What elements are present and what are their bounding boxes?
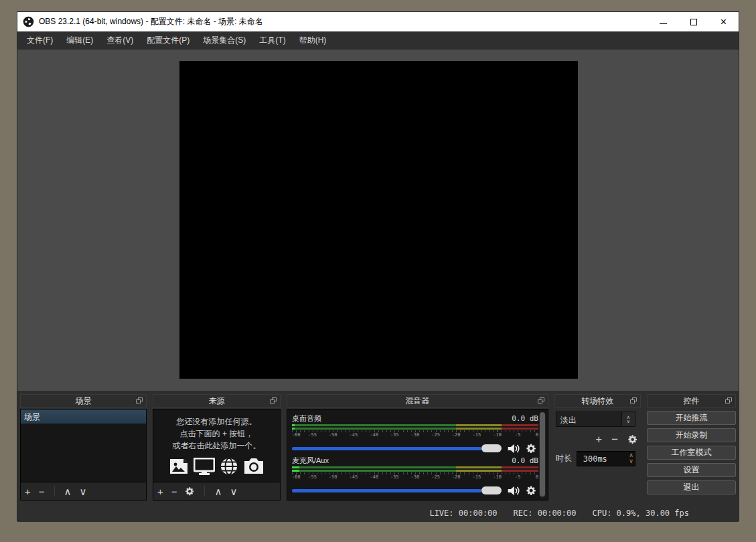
mute-speaker-icon[interactable]: [507, 443, 520, 454]
toolbar-separator: [204, 486, 205, 496]
transition-select-spinner[interactable]: ∧∨: [621, 412, 635, 426]
mixer-channel: 麦克风/Aux0.0 dB-60-55-50-45-40-35-30-25-20…: [292, 456, 538, 497]
close-button[interactable]: ×: [708, 12, 739, 31]
tick-label: -25: [431, 432, 440, 438]
add-transition-button[interactable]: +: [595, 434, 602, 445]
scenes-panel-header[interactable]: 场景: [20, 394, 147, 408]
volume-meter: [292, 466, 538, 472]
remove-source-button[interactable]: −: [171, 486, 177, 496]
minimize-button[interactable]: [648, 12, 678, 31]
sources-empty-line2: 点击下面的 + 按钮，: [180, 428, 254, 440]
meter-scale: -60-55-50-45-40-35-30-25-20-15-10-50: [292, 472, 538, 480]
transitions-panel-title: 转场特效: [581, 395, 613, 407]
image-source-icon: [169, 458, 189, 475]
float-panel-icon[interactable]: [725, 397, 733, 405]
tick-label: 0: [536, 474, 538, 480]
menu-item-2[interactable]: 查看(V): [100, 31, 140, 50]
menu-item-6[interactable]: 帮助(H): [293, 31, 333, 50]
mixer-channel: 桌面音频0.0 dB-60-55-50-45-40-35-30-25-20-15…: [292, 414, 538, 455]
exit-button[interactable]: 退出: [647, 480, 736, 494]
meter-active-level: [292, 466, 299, 468]
tick-label: -5: [515, 432, 520, 438]
duration-value: 300ms: [577, 454, 607, 464]
rec-time: REC: 00:00:00: [514, 509, 577, 518]
slider-fill: [292, 447, 481, 450]
slider-handle[interactable]: [481, 486, 502, 494]
menu-item-5[interactable]: 工具(T): [252, 31, 292, 50]
sources-empty-line1: 您还没有添加任何源。: [176, 416, 256, 428]
float-panel-icon[interactable]: [135, 397, 143, 405]
float-panel-icon[interactable]: [269, 397, 277, 405]
mixer-panel-title: 混音器: [405, 395, 429, 407]
dock-area: 场景 场景 + − ∧ ∨ 来源 您还没: [17, 391, 739, 504]
float-panel-icon[interactable]: [629, 397, 637, 405]
menu-item-3[interactable]: 配置文件(P): [140, 31, 196, 50]
scene-up-button[interactable]: ∧: [64, 486, 72, 496]
transitions-panel-header[interactable]: 转场特效: [554, 394, 641, 408]
volume-slider[interactable]: [292, 484, 502, 497]
studio-mode-button[interactable]: 工作室模式: [647, 446, 736, 460]
scene-down-button[interactable]: ∨: [80, 486, 87, 496]
volume-slider[interactable]: [292, 442, 502, 455]
statusbar: LIVE: 00:00:00 REC: 00:00:00 CPU: 0.9%, …: [17, 504, 739, 522]
tick-label: -50: [329, 432, 337, 438]
controls-panel: 控件 开始推流开始录制工作室模式设置退出: [647, 394, 736, 501]
menu-item-0[interactable]: 文件(F): [20, 31, 60, 50]
controls-panel-title: 控件: [684, 395, 700, 407]
start-streaming-button[interactable]: 开始推流: [647, 411, 736, 425]
titlebar: OBS 23.2.1 (64-bit, windows) - 配置文件: 未命名…: [17, 12, 739, 31]
tick-label: -20: [452, 432, 461, 438]
tick-label: -15: [473, 474, 481, 480]
duration-input[interactable]: 300ms ∧∨: [577, 451, 635, 466]
transition-select[interactable]: 淡出 ∧∨: [556, 412, 635, 427]
toolbar-separator: [54, 486, 55, 496]
spin-down-icon[interactable]: ∨: [629, 458, 633, 464]
meter-active-level: [292, 428, 295, 430]
slider-handle[interactable]: [481, 444, 502, 452]
source-down-button[interactable]: ∨: [230, 486, 237, 496]
tick-label: -45: [350, 474, 358, 480]
meter-active-level: [292, 424, 295, 426]
tick-label: -35: [390, 474, 399, 480]
tick-label: -30: [411, 432, 420, 438]
source-properties-gear-icon[interactable]: [185, 486, 195, 496]
program-canvas[interactable]: [179, 61, 578, 379]
tick-label: -10: [493, 474, 502, 480]
minimize-icon: [660, 23, 667, 24]
tick-label: -45: [350, 432, 358, 438]
obs-window: OBS 23.2.1 (64-bit, windows) - 配置文件: 未命名…: [17, 11, 739, 521]
preview-area[interactable]: [17, 50, 739, 391]
transition-properties-gear-icon[interactable]: [627, 434, 638, 445]
mute-speaker-icon[interactable]: [507, 485, 520, 496]
add-source-button[interactable]: +: [157, 486, 163, 496]
scene-list[interactable]: 场景: [20, 409, 147, 482]
tick-label: -60: [292, 474, 301, 480]
settings-button[interactable]: 设置: [647, 463, 736, 477]
source-up-button[interactable]: ∧: [214, 486, 222, 496]
float-panel-icon[interactable]: [537, 397, 545, 405]
channel-name: 麦克风/Aux: [292, 456, 329, 466]
sources-empty-state[interactable]: 您还没有添加任何源。 点击下面的 + 按钮， 或者右击此处添加一个。: [153, 409, 281, 482]
mixer-panel-header[interactable]: 混音器: [287, 394, 548, 408]
camera-source-icon: [243, 458, 264, 475]
window-title: OBS 23.2.1 (64-bit, windows) - 配置文件: 未命名…: [39, 16, 263, 27]
display-source-icon: [194, 458, 215, 475]
sources-panel-header[interactable]: 来源: [153, 394, 281, 408]
controls-panel-header[interactable]: 控件: [647, 394, 736, 408]
channel-name: 桌面音频: [292, 414, 321, 424]
tick-label: -55: [308, 432, 317, 438]
remove-transition-button[interactable]: −: [611, 434, 618, 445]
sources-empty-line3: 或者右击此处添加一个。: [172, 440, 260, 452]
tick-label: -15: [473, 432, 481, 438]
menu-item-1[interactable]: 编辑(E): [60, 31, 100, 50]
channel-settings-gear-icon[interactable]: [526, 485, 537, 496]
scene-list-item[interactable]: 场景: [21, 410, 146, 424]
start-recording-button[interactable]: 开始录制: [647, 428, 736, 442]
tick-label: -50: [329, 474, 337, 480]
menu-item-4[interactable]: 场景集合(S): [196, 31, 252, 50]
add-scene-button[interactable]: +: [25, 486, 31, 496]
mixer-body: 桌面音频0.0 dB-60-55-50-45-40-35-30-25-20-15…: [287, 409, 548, 501]
maximize-button[interactable]: [678, 12, 708, 31]
channel-settings-gear-icon[interactable]: [526, 443, 537, 454]
remove-scene-button[interactable]: −: [39, 486, 45, 496]
